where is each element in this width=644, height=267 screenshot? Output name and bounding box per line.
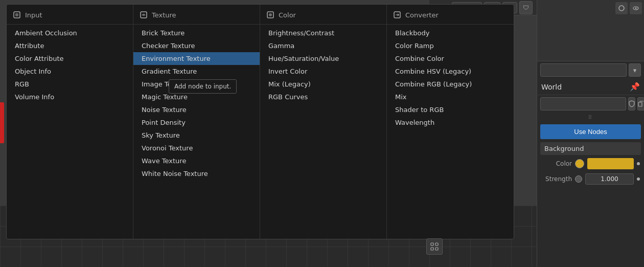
menu-item-wavelength[interactable]: Wavelength	[387, 116, 514, 129]
main-menu: Input Ambient Occlusion Attribute Color …	[6, 4, 514, 239]
render-visibility-icon-btn[interactable]	[615, 2, 628, 14]
strength-value-field[interactable]: 1.000	[585, 173, 634, 185]
converter-header-label: Converter	[405, 11, 439, 19]
color-dot-indicator	[637, 162, 640, 165]
bottom-icon-bar	[419, 226, 450, 267]
dots-area: ⠿	[537, 113, 644, 122]
shield-action-icon[interactable]	[628, 97, 635, 110]
menu-item-color-attribute[interactable]: Color Attribute	[7, 52, 133, 65]
color-prop-label: Color	[541, 160, 572, 167]
tooltip-popup: Add node to input.	[169, 79, 237, 94]
shield-icon	[629, 100, 635, 107]
pin-icon[interactable]: 📌	[630, 82, 640, 92]
texture-column: Texture Brick Texture Checker Texture En…	[133, 5, 260, 239]
color-property-row: Color	[537, 156, 644, 171]
world-dropdown-field[interactable]	[540, 63, 627, 77]
color-column: Color Brightness/Contrast Gamma Hue/Satu…	[260, 5, 387, 239]
strength-prop-label: Strength	[541, 175, 572, 183]
render-icon	[618, 5, 625, 12]
menu-item-attribute[interactable]: Attribute	[7, 39, 133, 52]
menu-item-rgb[interactable]: RGB	[7, 78, 133, 91]
input-header-icon	[13, 11, 21, 19]
chevron-down-icon: ▾	[633, 66, 637, 74]
svg-point-8	[635, 8, 637, 9]
duplicate-action-icon[interactable]	[637, 97, 644, 110]
svg-rect-12	[431, 248, 433, 250]
viewport-visibility-icon-btn[interactable]	[630, 2, 642, 14]
texture-header-icon	[140, 11, 148, 19]
eye-icon	[632, 5, 639, 12]
menu-item-invert-color[interactable]: Invert Color	[260, 65, 386, 78]
menu-item-white-noise-texture[interactable]: White Noise Texture	[133, 167, 260, 180]
menu-item-ambient-occlusion[interactable]: Ambient Occlusion	[7, 27, 133, 39]
background-label: Background	[544, 145, 584, 152]
menu-item-checker-texture[interactable]: Checker Texture	[133, 39, 260, 52]
menu-item-color-ramp[interactable]: Color Ramp	[387, 39, 514, 52]
texture-header: Texture	[133, 7, 260, 25]
svg-rect-1	[15, 13, 18, 16]
drag-dots-icon: ⠿	[588, 115, 593, 120]
strength-circle-indicator[interactable]	[575, 175, 582, 183]
world-name-input[interactable]	[540, 97, 626, 110]
svg-point-6	[619, 6, 624, 11]
menu-item-voronoi-texture[interactable]: Voronoi Texture	[133, 142, 260, 154]
input-header: Input	[7, 7, 133, 25]
sidebar-handle[interactable]	[0, 102, 4, 143]
menu-item-combine-rgb-legacy[interactable]: Combine RGB (Legacy)	[387, 78, 514, 91]
converter-header: Converter	[387, 7, 514, 25]
input-column: Input Ambient Occlusion Attribute Color …	[7, 5, 133, 239]
menu-item-environment-texture[interactable]: Environment Texture	[133, 52, 260, 65]
menu-item-combine-color[interactable]: Combine Color	[387, 52, 514, 65]
world-label: World	[541, 83, 627, 91]
node-editor-icon[interactable]	[426, 238, 443, 255]
color-field[interactable]	[587, 158, 634, 169]
menu-item-noise-texture[interactable]: Noise Texture	[133, 103, 260, 116]
menu-item-mix[interactable]: Mix	[387, 91, 514, 103]
menu-item-rgb-curves[interactable]: RGB Curves	[260, 91, 386, 103]
menu-item-gradient-texture[interactable]: Gradient Texture	[133, 65, 260, 78]
menu-item-blackbody[interactable]: Blackbody	[387, 27, 514, 39]
converter-header-icon	[393, 11, 401, 19]
menu-item-object-info[interactable]: Object Info	[7, 65, 133, 78]
action-row: ✕	[537, 95, 644, 113]
svg-rect-9	[638, 102, 642, 106]
copy-icon	[638, 101, 644, 107]
dropdown-row: ▾	[537, 61, 644, 79]
menu-item-mix-legacy[interactable]: Mix (Legacy)	[260, 78, 386, 91]
use-nodes-button[interactable]: Use Nodes	[540, 124, 641, 139]
menu-item-shader-to-rgb[interactable]: Shader to RGB	[387, 103, 514, 116]
svg-rect-13	[435, 248, 438, 250]
dropdown-arrow-btn[interactable]: ▾	[629, 63, 641, 77]
color-header-icon	[266, 11, 274, 19]
strength-property-row: Strength 1.000	[537, 171, 644, 187]
converter-column: Converter Blackbody Color Ramp Combine C…	[387, 5, 514, 239]
color-circle-indicator[interactable]	[575, 159, 584, 168]
input-header-label: Input	[25, 11, 42, 19]
menu-item-hue-saturation-value[interactable]: Hue/Saturation/Value	[260, 52, 386, 65]
right-panel-top	[537, 0, 644, 61]
menu-item-gamma[interactable]: Gamma	[260, 39, 386, 52]
strength-dot-indicator	[637, 177, 640, 181]
menu-item-brightness-contrast[interactable]: Brightness/Contrast	[260, 27, 386, 39]
menu-item-sky-texture[interactable]: Sky Texture	[133, 129, 260, 142]
world-row: World 📌	[537, 79, 644, 95]
menu-item-wave-texture[interactable]: Wave Texture	[133, 154, 260, 167]
shield-icon-button[interactable]: 🛡	[519, 1, 533, 14]
color-header: Color	[260, 7, 386, 25]
background-item[interactable]: Background	[540, 142, 641, 155]
svg-point-4	[269, 13, 272, 16]
svg-rect-11	[435, 243, 438, 246]
menu-item-volume-info[interactable]: Volume Info	[7, 91, 133, 103]
texture-header-label: Texture	[152, 11, 176, 19]
grid-icon	[430, 242, 439, 251]
menu-item-point-density[interactable]: Point Density	[133, 116, 260, 129]
strength-value: 1.000	[601, 175, 618, 183]
menu-item-combine-hsv-legacy[interactable]: Combine HSV (Legacy)	[387, 65, 514, 78]
tooltip-text: Add node to input.	[174, 83, 231, 90]
menu-item-brick-texture[interactable]: Brick Texture	[133, 27, 260, 39]
color-header-label: Color	[279, 11, 296, 19]
svg-rect-10	[431, 243, 433, 246]
right-panel: ▾ World 📌 ✕ ⠿ Use Nodes Background	[537, 0, 644, 267]
